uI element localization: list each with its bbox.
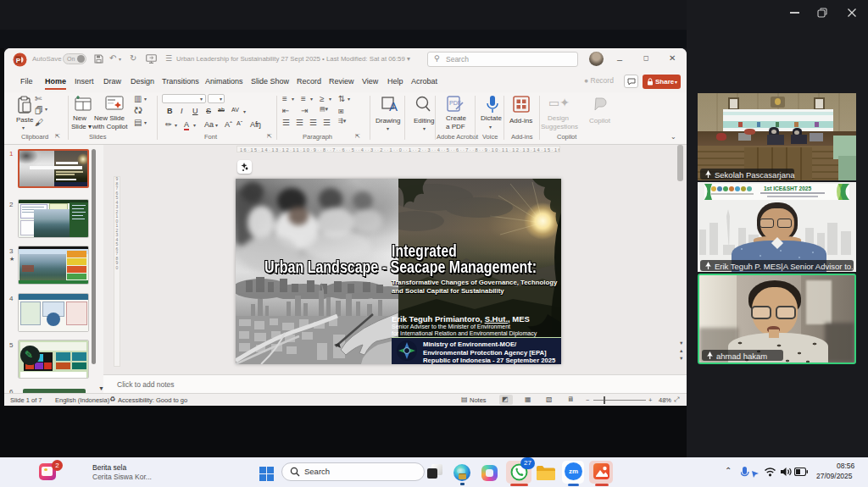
svg-text:P: P xyxy=(16,57,21,64)
svg-text:A: A xyxy=(389,99,398,113)
svg-text:PDF: PDF xyxy=(449,100,461,106)
